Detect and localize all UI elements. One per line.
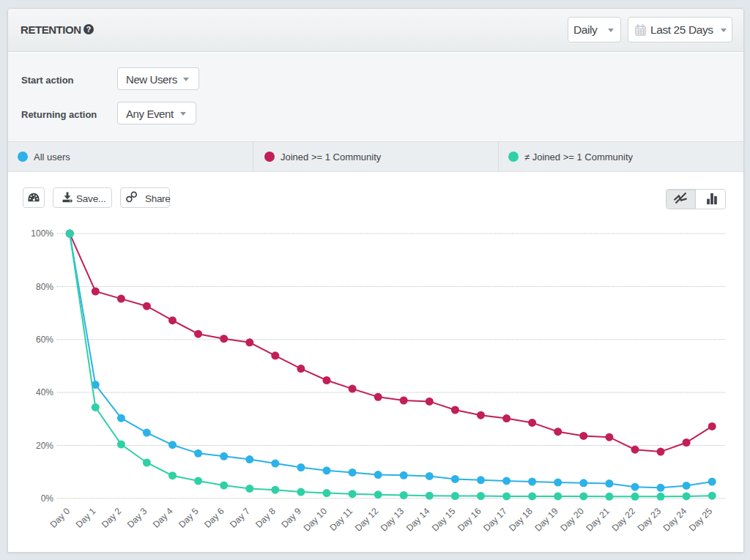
svg-text:Day 0: Day 0	[48, 506, 73, 530]
svg-text:Day 24: Day 24	[661, 506, 689, 534]
svg-text:Day 21: Day 21	[584, 506, 612, 534]
svg-text:Day 23: Day 23	[636, 506, 664, 534]
svg-text:Day 20: Day 20	[558, 506, 586, 534]
svg-text:Day 25: Day 25	[687, 506, 715, 534]
svg-text:Day 4: Day 4	[151, 506, 175, 530]
svg-text:Day 10: Day 10	[302, 506, 330, 534]
svg-text:Day 5: Day 5	[177, 506, 201, 530]
svg-text:Day 8: Day 8	[253, 506, 278, 530]
svg-text:Day 9: Day 9	[279, 506, 303, 530]
svg-text:40%: 40%	[36, 387, 53, 397]
svg-text:Day 11: Day 11	[327, 506, 354, 533]
svg-text:Day 15: Day 15	[430, 506, 458, 534]
svg-text:Day 2: Day 2	[100, 506, 124, 530]
svg-text:Day 22: Day 22	[610, 506, 638, 534]
svg-text:Day 6: Day 6	[202, 506, 226, 530]
svg-text:Day 18: Day 18	[507, 506, 535, 534]
svg-text:Day 13: Day 13	[379, 506, 406, 534]
svg-text:Day 17: Day 17	[481, 506, 509, 534]
svg-text:Day 3: Day 3	[125, 506, 149, 530]
svg-text:Day 19: Day 19	[532, 506, 560, 534]
svg-text:20%: 20%	[36, 441, 53, 451]
svg-text:60%: 60%	[36, 335, 53, 345]
svg-text:80%: 80%	[36, 282, 53, 292]
svg-text:0%: 0%	[41, 493, 54, 504]
svg-text:Day 14: Day 14	[404, 506, 432, 534]
svg-text:Day 12: Day 12	[353, 506, 381, 534]
svg-text:100%: 100%	[31, 228, 53, 239]
svg-text:Day 1: Day 1	[74, 506, 98, 530]
svg-text:Day 7: Day 7	[228, 506, 252, 530]
svg-text:Day 16: Day 16	[456, 506, 483, 534]
